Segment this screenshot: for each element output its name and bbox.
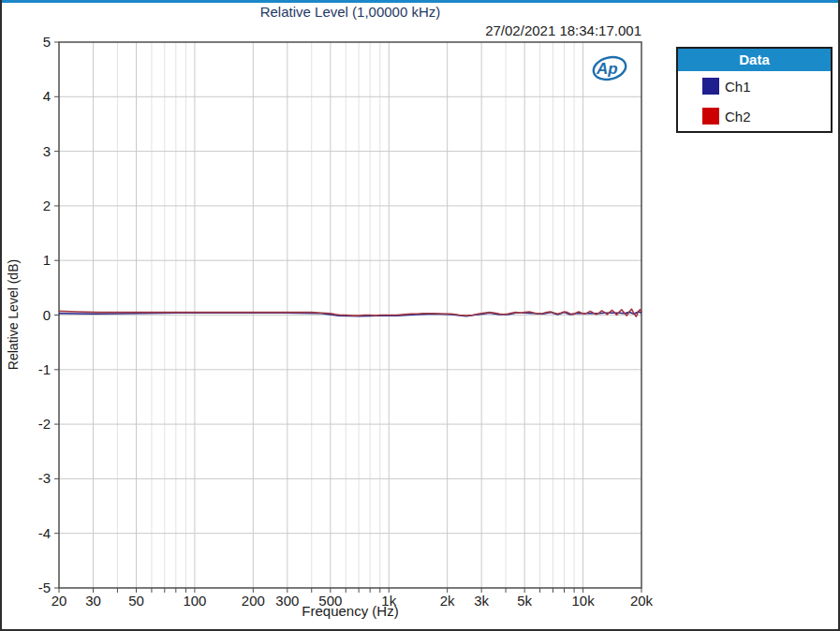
audio-precision-logo-icon: Ap (590, 52, 629, 84)
y-tick-label: 4 (43, 88, 51, 104)
y-tick-label: -5 (38, 580, 51, 595)
legend-body: Ch1Ch2 (678, 71, 831, 131)
legend-label: Ch1 (725, 79, 751, 95)
y-tick-label: 3 (43, 143, 51, 159)
svg-text:Ap: Ap (596, 60, 618, 78)
legend-panel: Data Ch1Ch2 (676, 47, 833, 133)
legend-header: Data (678, 49, 831, 71)
y-tick-label: -1 (38, 361, 51, 377)
x-axis-title: Frequency (Hz) (59, 603, 641, 619)
y-tick-label: 1 (43, 252, 51, 268)
legend-item-ch1[interactable]: Ch1 (678, 71, 831, 101)
legend-item-ch2[interactable]: Ch2 (678, 101, 831, 131)
legend-swatch-ch2 (702, 108, 719, 125)
y-tick-label: 2 (43, 198, 51, 213)
legend-label: Ch2 (725, 109, 751, 125)
y-tick-label: -3 (38, 470, 51, 486)
y-axis-title: Relative Level (dB) (6, 259, 21, 370)
y-tick-label: -2 (38, 416, 51, 432)
legend-swatch-ch1 (702, 78, 719, 95)
y-tick-label: 0 (43, 307, 51, 323)
graph-window: Relative Level (1,00000 kHz) 27/02/2021 … (0, 0, 840, 631)
y-tick-label: -4 (38, 525, 51, 541)
y-tick-label: 5 (43, 34, 51, 50)
